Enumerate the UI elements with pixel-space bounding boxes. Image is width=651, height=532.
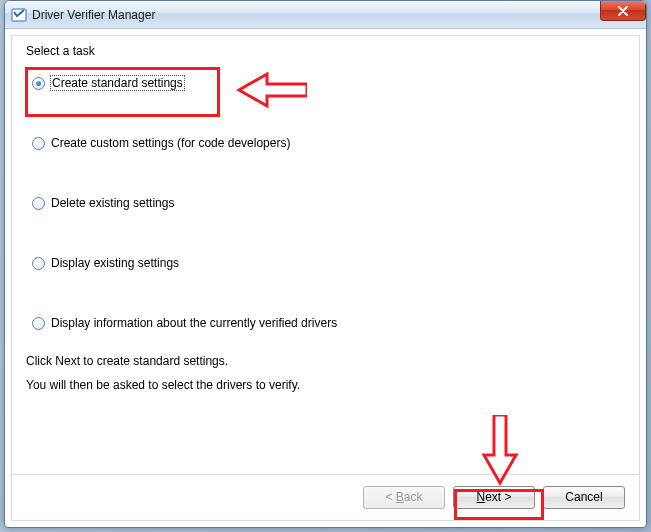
title-bar: Driver Verifier Manager	[5, 1, 646, 29]
back-rest: ack	[404, 490, 423, 504]
radio-indicator	[32, 197, 45, 210]
next-mnemonic: N	[476, 490, 485, 504]
radio-label: Display existing settings	[51, 256, 179, 270]
back-mnemonic: B	[396, 490, 404, 504]
task-prompt: Select a task	[26, 44, 625, 58]
content-area: Select a task Create standard settingsCr…	[26, 44, 625, 472]
cancel-button[interactable]: Cancel	[543, 486, 625, 509]
close-icon	[617, 6, 629, 16]
client-area: Select a task Create standard settingsCr…	[11, 35, 640, 521]
next-rest: ext >	[485, 490, 511, 504]
instructions-line-2: You will then be asked to select the dri…	[26, 378, 625, 392]
back-button: < Back	[363, 486, 445, 509]
dialog-window: Driver Verifier Manager Select a task Cr…	[4, 0, 647, 528]
radio-label: Delete existing settings	[51, 196, 174, 210]
radio-option-1[interactable]: Create custom settings (for code develop…	[32, 136, 625, 150]
radio-option-2[interactable]: Delete existing settings	[32, 196, 625, 210]
window-title: Driver Verifier Manager	[32, 8, 155, 22]
radio-label: Create standard settings	[51, 76, 184, 90]
radio-option-3[interactable]: Display existing settings	[32, 256, 625, 270]
button-bar: < Back Next > Cancel	[12, 474, 639, 520]
radio-option-4[interactable]: Display information about the currently …	[32, 316, 625, 330]
instructions-line-1: Click Next to create standard settings.	[26, 354, 625, 368]
app-icon	[11, 7, 27, 23]
radio-option-0[interactable]: Create standard settings	[32, 76, 625, 90]
radio-indicator	[32, 257, 45, 270]
close-button[interactable]	[600, 1, 646, 21]
radio-indicator	[32, 77, 45, 90]
next-button[interactable]: Next >	[453, 486, 535, 509]
instructions-block: Click Next to create standard settings. …	[26, 354, 625, 392]
radio-indicator	[32, 317, 45, 330]
radio-indicator	[32, 137, 45, 150]
radio-label: Create custom settings (for code develop…	[51, 136, 290, 150]
task-radio-group: Create standard settingsCreate custom se…	[26, 76, 625, 330]
back-prefix: <	[385, 490, 395, 504]
radio-label: Display information about the currently …	[51, 316, 337, 330]
